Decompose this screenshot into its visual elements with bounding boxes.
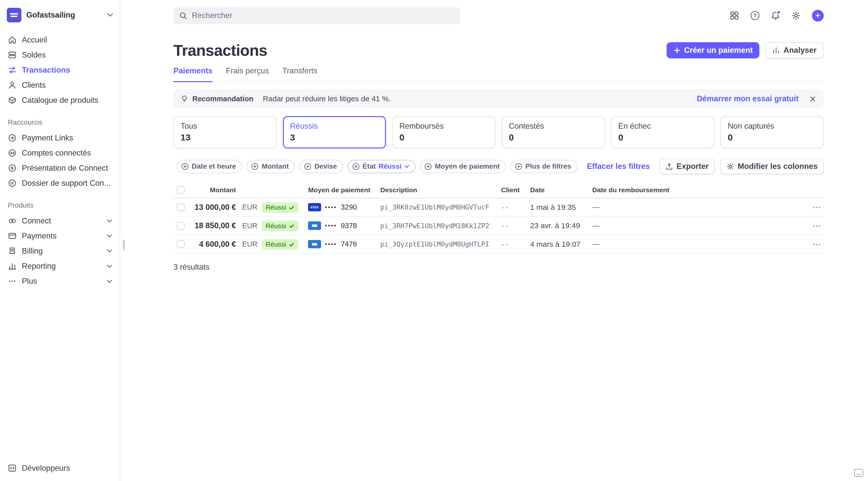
filter-amount-pill[interactable]: Montant xyxy=(247,160,295,173)
plus-circle-icon xyxy=(251,163,259,170)
edit-columns-button[interactable]: Modifier les colonnes xyxy=(720,159,824,174)
filter-more-pill[interactable]: Plus de filtres xyxy=(510,160,577,173)
sidebar-item-transactions[interactable]: Transactions xyxy=(0,63,120,78)
sidebar-item-comptes-connectes[interactable]: Comptes connectés xyxy=(0,146,120,161)
amex-card-icon xyxy=(308,221,321,230)
create-payment-button[interactable]: Créer un paiement xyxy=(666,42,760,58)
transactions-icon xyxy=(8,66,17,75)
sidebar-item-billing[interactable]: Billing xyxy=(0,244,120,259)
sidebar-item-accueil[interactable]: Accueil xyxy=(0,32,120,47)
chevron-down-icon xyxy=(107,219,112,222)
recommendation-banner: Recommandation Radar peut réduire les li… xyxy=(173,89,824,108)
column-header-montant: Montant xyxy=(187,186,236,194)
notifications-bell-icon[interactable] xyxy=(771,11,780,20)
close-icon[interactable] xyxy=(809,95,816,102)
developers-icon xyxy=(8,464,17,473)
filter-currency-pill[interactable]: Devise xyxy=(300,160,343,173)
sidebar-item-label: Plus xyxy=(22,277,37,286)
results-count: 3 résultats xyxy=(173,263,824,272)
remove-filter-icon[interactable] xyxy=(352,163,360,170)
sidebar-item-label: Accueil xyxy=(22,35,47,44)
sidebar-item-soldes[interactable]: Soldes xyxy=(0,47,120,63)
filter-date-pill[interactable]: Date et heure xyxy=(177,160,242,173)
export-button[interactable]: Exporter xyxy=(659,159,715,174)
transaction-row[interactable]: 4 600,00 € EUR Réussi •••• 7476 pi_3Qyzp… xyxy=(173,235,824,254)
start-trial-link[interactable]: Démarrer mon essai gratuit xyxy=(697,94,799,103)
row-checkbox[interactable] xyxy=(177,240,185,248)
keyboard-shortcut-icon[interactable] xyxy=(854,469,864,477)
search-placeholder: Rechercher xyxy=(192,11,232,20)
connected-accounts-icon xyxy=(8,149,17,158)
workspace-logo xyxy=(7,8,21,22)
table-header: Montant Moyen de paiement Description Cl… xyxy=(173,183,824,198)
billing-icon xyxy=(8,247,17,256)
sidebar-item-label: Billing xyxy=(22,247,43,256)
status-card-all[interactable]: Tous 13 xyxy=(173,116,277,149)
settings-gear-icon[interactable] xyxy=(791,11,801,20)
sidebar-item-reporting[interactable]: Reporting xyxy=(0,259,120,274)
filter-state-value: Réussi xyxy=(378,162,401,170)
sidebar-item-connect[interactable]: Connect xyxy=(0,213,120,228)
sidebar-item-label: Comptes connectés xyxy=(22,149,91,158)
apps-grid-icon[interactable] xyxy=(730,11,739,20)
clear-filters-link[interactable]: Effacer les filtres xyxy=(587,162,650,171)
column-header-description: Description xyxy=(380,186,501,194)
chevron-down-icon xyxy=(107,249,112,253)
plus-circle-icon xyxy=(424,163,432,170)
scrollbar-thumb[interactable] xyxy=(123,240,125,250)
tab-frais-percus[interactable]: Frais perçus xyxy=(226,66,269,82)
recommendation-message: Radar peut réduire les litiges de 41 %. xyxy=(263,95,391,103)
help-icon[interactable]: ? xyxy=(751,11,760,20)
sidebar: Gofastsailing Accueil Soldes Transaction… xyxy=(0,0,120,481)
filter-state-pill[interactable]: État Réussi xyxy=(347,160,415,173)
plus-icon xyxy=(673,47,681,54)
payment-id: pi_3RH7PwE1UblM0ydM18Kk1ZP2 xyxy=(380,222,501,230)
sidebar-item-label: Connect xyxy=(22,216,51,225)
chevron-down-icon xyxy=(107,280,112,283)
transactions-table: Montant Moyen de paiement Description Cl… xyxy=(173,183,824,254)
status-card-refunded[interactable]: Remboursés 0 xyxy=(392,116,495,149)
sidebar-item-plus[interactable]: Plus xyxy=(0,274,120,289)
status-badge: Réussi xyxy=(262,202,299,213)
status-card-succeeded[interactable]: Réussis 3 xyxy=(283,116,386,149)
transaction-row[interactable]: 13 000,00 € EUR Réussi VISA •••• 3290 pi… xyxy=(173,198,824,217)
product-catalog-icon xyxy=(8,96,17,105)
status-card-disputed[interactable]: Contestés 0 xyxy=(502,116,605,149)
columns-gear-icon xyxy=(726,163,734,170)
sidebar-item-developpeurs[interactable]: Développeurs xyxy=(0,461,120,476)
sidebar-item-payment-links[interactable]: Payment Links xyxy=(0,130,120,146)
check-icon xyxy=(289,223,294,228)
plus-circle-icon xyxy=(515,163,523,170)
sidebar-item-dossier-support[interactable]: Dossier de support Con... xyxy=(0,176,120,191)
products-section-title: Produits xyxy=(0,201,120,209)
sidebar-item-payments[interactable]: Payments xyxy=(0,228,120,244)
column-header-date: Date xyxy=(530,186,592,194)
row-checkbox[interactable] xyxy=(177,222,185,230)
workspace-name: Gofastsailing xyxy=(26,10,75,20)
status-card-uncaptured[interactable]: Non capturés 0 xyxy=(720,116,824,149)
sidebar-item-label: Catalogue de produits xyxy=(22,96,99,105)
home-icon xyxy=(8,35,17,44)
connect-overview-icon xyxy=(8,164,17,173)
tab-transferts[interactable]: Transferts xyxy=(282,66,317,82)
select-all-checkbox[interactable] xyxy=(177,186,185,194)
sidebar-item-presentation-connect[interactable]: Présentation de Connect xyxy=(0,161,120,176)
transaction-row[interactable]: 18 850,00 € EUR Réussi •••• 9378 pi_3RH7… xyxy=(173,217,824,235)
row-overflow-menu[interactable]: ⋯ xyxy=(807,239,824,249)
row-checkbox[interactable] xyxy=(177,203,185,211)
row-overflow-menu[interactable]: ⋯ xyxy=(807,221,824,231)
status-card-failed[interactable]: En échec 0 xyxy=(611,116,714,149)
row-overflow-menu[interactable]: ⋯ xyxy=(807,202,824,212)
create-menu-button[interactable]: + xyxy=(812,10,824,22)
sidebar-item-catalogue[interactable]: Catalogue de produits xyxy=(0,93,120,108)
notification-dot xyxy=(777,10,781,14)
status-card-row: Tous 13 Réussis 3 Remboursés 0 Contestés… xyxy=(173,116,824,149)
workspace-switcher[interactable]: Gofastsailing xyxy=(0,8,120,32)
analyze-button[interactable]: Analyser xyxy=(765,42,824,58)
chevron-down-icon xyxy=(107,13,113,17)
filter-method-pill[interactable]: Moyen de paiement xyxy=(420,160,506,173)
tab-paiements[interactable]: Paiements xyxy=(173,66,213,82)
tab-bar: Paiements Frais perçus Transferts xyxy=(173,66,824,82)
sidebar-item-clients[interactable]: Clients xyxy=(0,78,120,93)
search-input[interactable]: Rechercher xyxy=(173,7,460,24)
